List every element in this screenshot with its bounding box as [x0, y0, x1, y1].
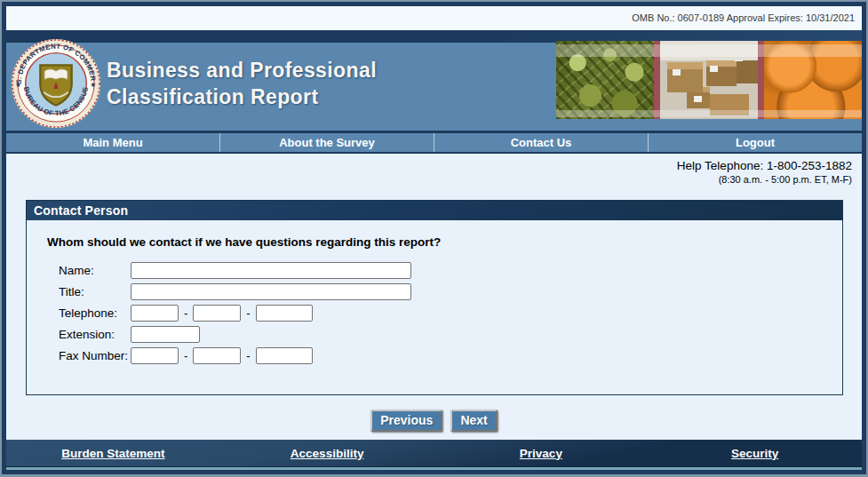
footer: Burden Statement Accessibility Privacy S… — [6, 440, 862, 466]
header-image-strip — [556, 41, 862, 119]
title-input[interactable] — [131, 283, 411, 300]
name-input[interactable] — [131, 262, 411, 279]
dash-separator: - — [246, 349, 250, 362]
nav-item-contact-us[interactable]: Contact Us — [434, 133, 649, 152]
seal-star-right: ★ — [90, 81, 96, 89]
contact-person-panel-title: Contact Person — [27, 201, 842, 220]
page-title-line2: Classification Report — [107, 83, 377, 110]
extension-row: Extension: — [59, 323, 411, 345]
footer-link-burden-statement[interactable]: Burden Statement — [6, 447, 220, 460]
page: OMB No.: 0607-0189 Approval Expires: 10/… — [2, 2, 866, 474]
title-label: Title: — [59, 285, 131, 298]
dash-separator: - — [184, 349, 187, 362]
omb-bar: OMB No.: 0607-0189 Approval Expires: 10/… — [6, 6, 862, 30]
name-label: Name: — [59, 264, 131, 277]
wizard-buttons: Previous Next — [6, 409, 862, 432]
bottom-teal-strip — [6, 466, 862, 470]
contact-person-panel-body: Whom should we contact if we have questi… — [27, 220, 842, 394]
omb-text: OMB No.: 0607-0189 Approval Expires: 10/… — [632, 12, 855, 23]
page-title: Business and Professional Classification… — [107, 57, 377, 110]
extension-label: Extension: — [59, 328, 131, 341]
help-telephone-hours: (8:30 a.m. - 5:00 p.m. ET, M-F) — [677, 174, 852, 185]
main-nav: Main Menu About the Survey Contact Us Lo… — [6, 131, 862, 154]
fax-row: Fax Number: - - — [59, 345, 411, 366]
header: U.S. DEPARTMENT OF COMMERCE BUREAU OF TH… — [6, 30, 862, 131]
seal-star-left: ★ — [15, 81, 21, 89]
fax-line-input[interactable] — [256, 347, 313, 364]
image-overlay-band-top — [556, 44, 862, 57]
help-telephone-block: Help Telephone: 1-800-253-1882 (8:30 a.m… — [677, 159, 852, 185]
title-row: Title: — [59, 281, 411, 302]
nav-item-main-menu[interactable]: Main Menu — [6, 133, 220, 152]
footer-link-privacy[interactable]: Privacy — [434, 447, 649, 460]
telephone-label: Telephone: — [59, 306, 131, 320]
nav-item-about-the-survey[interactable]: About the Survey — [220, 133, 434, 152]
dash-separator: - — [184, 306, 187, 320]
footer-link-security[interactable]: Security — [648, 447, 862, 460]
contact-fields: Name: Title: Telephone: - - — [59, 259, 411, 366]
dash-separator: - — [246, 306, 250, 320]
next-button[interactable]: Next — [450, 409, 497, 432]
image-overlay-band-bottom — [556, 110, 862, 117]
contact-question: Whom should we contact if we have questi… — [47, 235, 441, 249]
telephone-area-input[interactable] — [131, 305, 179, 322]
name-row: Name: — [59, 259, 411, 281]
extension-input[interactable] — [131, 326, 200, 343]
telephone-row: Telephone: - - — [59, 302, 411, 323]
nav-item-logout[interactable]: Logout — [649, 133, 862, 152]
telephone-prefix-input[interactable] — [193, 305, 241, 322]
contact-person-panel: Contact Person Whom should we contact if… — [26, 200, 843, 395]
content-area: Help Telephone: 1-800-253-1882 (8:30 a.m… — [6, 154, 862, 440]
fax-prefix-input[interactable] — [193, 347, 241, 364]
fax-label: Fax Number: — [59, 349, 131, 362]
census-seal: U.S. DEPARTMENT OF COMMERCE BUREAU OF TH… — [11, 38, 101, 129]
page-title-line1: Business and Professional — [107, 57, 377, 83]
help-telephone-number: Help Telephone: 1-800-253-1882 — [677, 159, 852, 172]
previous-button[interactable]: Previous — [370, 409, 442, 432]
fax-area-input[interactable] — [131, 347, 179, 364]
telephone-line-input[interactable] — [256, 305, 313, 322]
footer-link-accessibility[interactable]: Accessibility — [220, 447, 434, 460]
